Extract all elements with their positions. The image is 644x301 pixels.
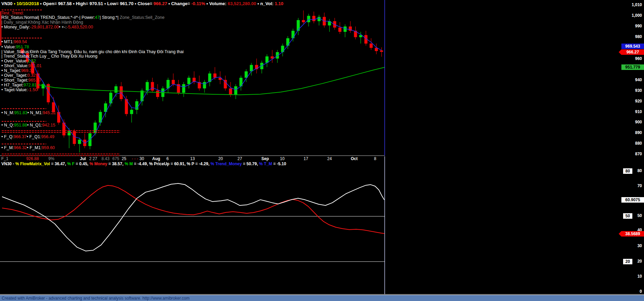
trend-text-line: • Short_Taget:965.97 (1, 78, 41, 83)
indicator-title-segment: = 36.47, (50, 161, 67, 166)
axis-label: 930 (618, 88, 642, 93)
trend-text-line: • F_M:966.32• F_M1:959.60 (1, 145, 55, 150)
trend-text-segment: • MT1: (1, 39, 14, 44)
trend-text-line: • Over_Value:1.52 (1, 59, 36, 63)
axis-badge: 50 (623, 213, 632, 219)
axis-badge: 20 (623, 259, 632, 264)
trend-text-segment: • Over_Taget: (1, 73, 27, 78)
trend-text-segment: -5,483,520.00 (66, 25, 93, 29)
trend-text-segment: • F_M1: (27, 145, 42, 150)
trend-text-segment: • F_Q: (1, 134, 14, 139)
trend-text-segment: • Short_Taget: (1, 78, 28, 83)
indicator-title-segment: % Money (89, 161, 107, 166)
trend-text-segment: • H7_Taget: (1, 83, 24, 87)
trend-text-segment: 951.88 (14, 123, 27, 128)
title-segment: VN30 (1, 1, 13, 6)
indicator-title-segment: % F (67, 161, 74, 166)
axis-label: 70 (618, 183, 642, 188)
statusbar-credit: Created with AmiBroker - advanced charti… (0, 295, 644, 301)
date-axis[interactable]: F_1926.889%Jul2 278.43675- - -2530Aug613… (0, 156, 620, 162)
title-segment: • n_Vol: (256, 1, 275, 6)
trend-text-line: • Short_Value:971.01 (1, 63, 41, 68)
date-tick: 30 (139, 156, 144, 161)
indicator-title-segment: = -5.10 (272, 161, 286, 166)
date-tick: Aug (152, 156, 160, 161)
axis-label: 980 (618, 34, 642, 39)
date-tick: 8 (374, 156, 376, 161)
axis-label: 920 (618, 99, 642, 104)
trend-text-segment: Zone_Status:Sell_Zone (120, 15, 165, 20)
trend-text-segment: • +-: (59, 25, 67, 29)
axis-label: 10 (618, 274, 642, 279)
trend-text-segment: 951.83 (14, 110, 27, 115)
trend-text-segment: • Taget-Value: (1, 87, 28, 92)
trend-text-line: • Money_Daily:-29,801,872.00• +-:-5,483,… (1, 25, 93, 29)
trend-text-segment: • N_Taget: (1, 68, 21, 73)
title-segment: • (13, 1, 17, 6)
chart-canvas[interactable] (0, 0, 644, 301)
axis-badge: 60.9075 (621, 197, 644, 203)
date-axis-fragment: 8.43 (101, 156, 109, 161)
trend-text-segment: -1.50 (28, 87, 38, 92)
trend-text-segment: 966.37 (14, 134, 27, 139)
date-axis-fragment: F_1 (1, 156, 9, 161)
trend-text-segment: • Money_Daily: (1, 25, 30, 29)
title-segment: 1.10 (275, 1, 283, 6)
trend-text-segment: 971.01 (28, 63, 41, 68)
indicator-title-segment: = 38.57, (107, 161, 124, 166)
money-red-line (2, 185, 384, 234)
axis-badge: 38.5689 (621, 231, 644, 237)
axis-label: 900 (618, 120, 642, 124)
candles (21, 11, 383, 153)
trend-text-segment: • N_M1: (27, 110, 43, 115)
title-segment: • Volume: (205, 1, 228, 6)
axis-label: 30 (618, 243, 642, 248)
date-tick: 6 (166, 156, 169, 161)
trend-text-line: • Over_Taget:0.32 (1, 73, 36, 78)
title-segment: 63,521,280.00 (228, 1, 256, 6)
axis-label: 1,010 (618, 2, 642, 7)
trend-text-segment: • N_Q1: (27, 123, 42, 128)
title-segment: -0.11% (191, 1, 205, 6)
date-tick: 25 (122, 156, 126, 161)
status-bar: Created with AmiBroker - advanced charti… (0, 295, 644, 301)
trend-text-segment: • Over_Value: (1, 59, 27, 63)
trend-text-segment: 951.78 (16, 45, 29, 49)
date-tick: 10 (280, 156, 284, 161)
trend-text-line: • N_Q:951.88• N_Q1:942.15 (1, 123, 55, 128)
date-tick: Oct (351, 156, 358, 161)
axis-badge: 80 (623, 168, 632, 174)
trend-text-segment: • N_Q: (1, 123, 14, 128)
trend-text-segment: 942.15 (42, 123, 55, 128)
trend-text-segment: | Strong:*| (100, 15, 120, 20)
indicator-title-segment: = 0.45, (75, 161, 90, 166)
title-segment: • Open= 967.58 • High= 970.51 • Low= 961… (39, 1, 153, 6)
date-axis-fragment: 675 (112, 156, 119, 161)
title-segment: 10/10/2018 (16, 1, 39, 6)
indicator-title-segment: % FlowMatrix_Vol (15, 161, 50, 166)
trend-text-segment: 0.32 (27, 73, 36, 78)
trend-text-segment: • F_Q1: (27, 134, 41, 139)
trend-text-line: | Value_Status:Đinh Gia Tang Truong. Đâu… (1, 49, 184, 54)
indicator-title-segment: = -4.49, (133, 161, 149, 166)
date-tick: 13 (190, 156, 195, 161)
date-axis-fragment: 2 27 (89, 156, 97, 161)
trend-text-segment: • F_M: (1, 145, 14, 150)
axis-label: 960 (618, 56, 642, 61)
flowmatrix-white-line (2, 183, 384, 251)
trend-text-segment: • N_M: (1, 110, 14, 115)
trend-text-line: • F_Q:966.37• F_Q1:956.49 (1, 134, 54, 139)
date-tick: 17 (304, 156, 308, 161)
trend-text-segment: 965.97 (28, 78, 41, 83)
indicator-title-segment: % T_M (259, 161, 272, 166)
trend-text-segment: | Daily_singal:Không Xác Nhận Hành Động (1, 20, 83, 25)
dashed-separator (2, 108, 46, 109)
trend-text-line: • Taget-Value:-1.50 (1, 87, 37, 92)
trend-text-line: RSI_Status:Normal| TREND_Status:*-#*-| P… (1, 15, 164, 20)
axis-label: 940 (618, 77, 642, 82)
trend-text-segment: 945.21 (43, 110, 56, 115)
date-axis-fragment: - - - (132, 156, 138, 161)
trend-text-line: Test_Trend: (1, 11, 24, 15)
trend-text-segment: 47 (95, 15, 100, 20)
trend-text-line: • Value:951.78 (1, 45, 29, 49)
